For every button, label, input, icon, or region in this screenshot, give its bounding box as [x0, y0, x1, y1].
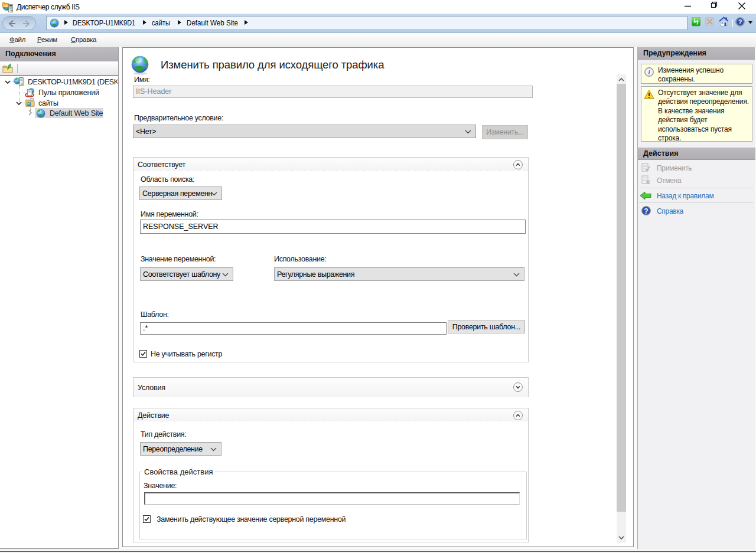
svg-text:?: ? [738, 18, 742, 25]
svg-text:?: ? [644, 207, 648, 215]
